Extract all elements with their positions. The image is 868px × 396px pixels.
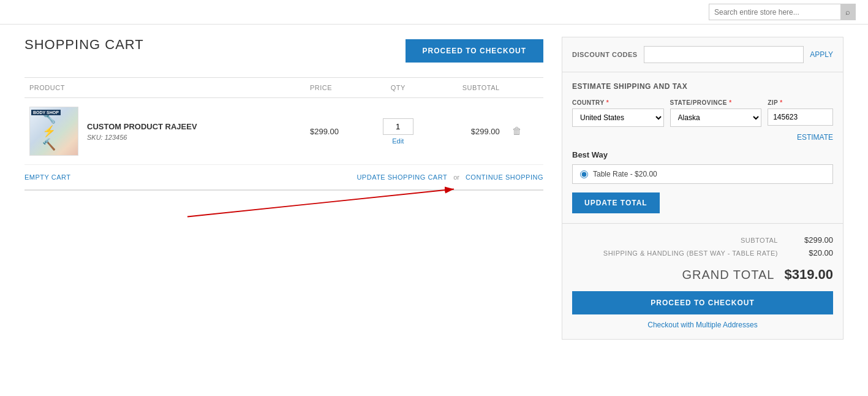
zip-group: ZIP * <box>768 99 833 126</box>
zip-label: ZIP * <box>768 99 833 106</box>
col-product: PRODUCT <box>25 78 305 98</box>
search-button[interactable]: ⌕ <box>840 4 855 20</box>
delete-cell: 🗑 <box>505 98 543 165</box>
update-cart-link[interactable]: UPDATE SHOPPING CART <box>357 173 447 181</box>
col-subtotal: SUBTOTAL <box>430 78 505 98</box>
discount-label: DISCOUNT CODES <box>572 51 638 58</box>
annotation-area <box>25 185 543 221</box>
form-row: COUNTRY * United States Canada United Ki… <box>572 99 833 127</box>
main-content: SHOPPING CART PROCEED TO CHECKOUT PRODUC… <box>0 25 868 352</box>
sku-value: 123456 <box>105 134 127 141</box>
shipping-value: $20.00 <box>790 248 833 257</box>
product-cell: BODY SHOP CUSTOM PRODUCT RAJEEV SKU: 123… <box>25 98 305 165</box>
cart-actions-right: UPDATE SHOPPING CART or CONTINUE SHOPPIN… <box>357 173 543 181</box>
col-price: PRICE <box>305 78 366 98</box>
zip-input[interactable] <box>768 109 833 126</box>
product-info: CUSTOM PRODUCT RAJEEV SKU: 123456 <box>87 122 197 141</box>
search-icon: ⌕ <box>845 7 850 17</box>
shipping-method-title: Best Way <box>572 150 833 159</box>
sku-label: SKU: <box>87 134 103 141</box>
update-total-button[interactable]: UPDATE TOTAL <box>572 192 660 213</box>
proceed-checkout-bottom-button[interactable]: PROCEED TO CHECKOUT <box>572 291 833 314</box>
actions-separator: or <box>453 173 459 181</box>
estimate-section: ESTIMATE SHIPPING AND TAX COUNTRY * Unit… <box>562 72 843 224</box>
estimate-link[interactable]: ESTIMATE <box>572 133 833 142</box>
qty-cell: Edit <box>366 98 430 165</box>
page-title: SHOPPING CART <box>25 37 144 53</box>
discount-section: DISCOUNT CODES APPLY <box>562 37 843 72</box>
subtotal-label: SUBTOTAL <box>741 237 778 244</box>
country-group: COUNTRY * United States Canada United Ki… <box>572 99 664 127</box>
annotation-svg <box>25 185 543 221</box>
table-row: BODY SHOP CUSTOM PRODUCT RAJEEV SKU: 123… <box>25 98 543 165</box>
header-bar: ⌕ <box>0 0 868 25</box>
discount-input[interactable] <box>644 46 804 63</box>
product-name: CUSTOM PRODUCT RAJEEV <box>87 122 197 131</box>
subtotal-row: SUBTOTAL $299.00 <box>572 234 833 246</box>
state-select[interactable]: Alaska Alabama Arizona California New Yo… <box>670 109 762 127</box>
state-group: STATE/PROVINCE * Alaska Alabama Arizona … <box>670 99 762 127</box>
zip-required: * <box>780 99 782 106</box>
shipping-label: SHIPPING & HANDLING (BEST WAY - TABLE RA… <box>603 249 778 257</box>
grand-total-row: GRAND TOTAL $319.00 <box>572 259 833 291</box>
delete-button[interactable]: 🗑 <box>510 123 524 139</box>
shipping-option-label: Table Rate - $20.00 <box>593 170 657 178</box>
country-label: COUNTRY * <box>572 99 664 106</box>
order-summary: DISCOUNT CODES APPLY ESTIMATE SHIPPING A… <box>562 37 843 340</box>
product-image: BODY SHOP <box>29 107 78 156</box>
cart-section: SHOPPING CART PROCEED TO CHECKOUT PRODUC… <box>25 37 543 221</box>
country-required: * <box>606 99 609 106</box>
col-actions <box>505 78 543 98</box>
product-img-placeholder: BODY SHOP <box>30 107 78 155</box>
apply-link[interactable]: APPLY <box>810 50 833 59</box>
subtotal-cell: $299.00 <box>430 98 505 165</box>
cart-table: PRODUCT PRICE QTY SUBTOTAL BODY SHOP <box>25 77 543 165</box>
shipping-options: Best Way Table Rate - $20.00 <box>572 150 833 184</box>
price-cell: $299.00 <box>305 98 366 165</box>
multi-address-link[interactable]: Checkout with Multiple Addresses <box>572 321 833 329</box>
continue-shopping-link[interactable]: CONTINUE SHOPPING <box>466 173 543 181</box>
subtotal-value: $299.00 <box>790 235 833 245</box>
product-cell-inner: BODY SHOP CUSTOM PRODUCT RAJEEV SKU: 123… <box>29 107 300 156</box>
edit-link[interactable]: Edit <box>371 137 425 145</box>
qty-input[interactable] <box>383 118 413 135</box>
search-wrapper: ⌕ <box>709 4 856 20</box>
state-required: * <box>729 99 731 106</box>
grand-total-value: $319.00 <box>784 267 833 283</box>
svg-line-1 <box>187 189 454 217</box>
product-sku: SKU: 123456 <box>87 134 197 141</box>
proceed-checkout-top-button[interactable]: PROCEED TO CHECKOUT <box>406 39 543 63</box>
state-label: STATE/PROVINCE * <box>670 99 762 106</box>
empty-cart-link[interactable]: EMPTY CART <box>25 173 71 181</box>
shipping-radio[interactable] <box>580 170 588 178</box>
shipping-row: SHIPPING & HANDLING (BEST WAY - TABLE RA… <box>572 246 833 259</box>
country-select[interactable]: United States Canada United Kingdom <box>572 109 664 127</box>
estimate-title: ESTIMATE SHIPPING AND TAX <box>572 82 833 91</box>
body-shop-label: BODY SHOP <box>31 110 61 115</box>
grand-total-label: GRAND TOTAL <box>682 268 774 282</box>
shipping-option: Table Rate - $20.00 <box>572 164 833 184</box>
page-header: SHOPPING CART PROCEED TO CHECKOUT <box>25 37 543 65</box>
col-qty: QTY <box>366 78 430 98</box>
totals-section: SUBTOTAL $299.00 SHIPPING & HANDLING (BE… <box>562 224 843 340</box>
search-input[interactable] <box>709 5 840 20</box>
